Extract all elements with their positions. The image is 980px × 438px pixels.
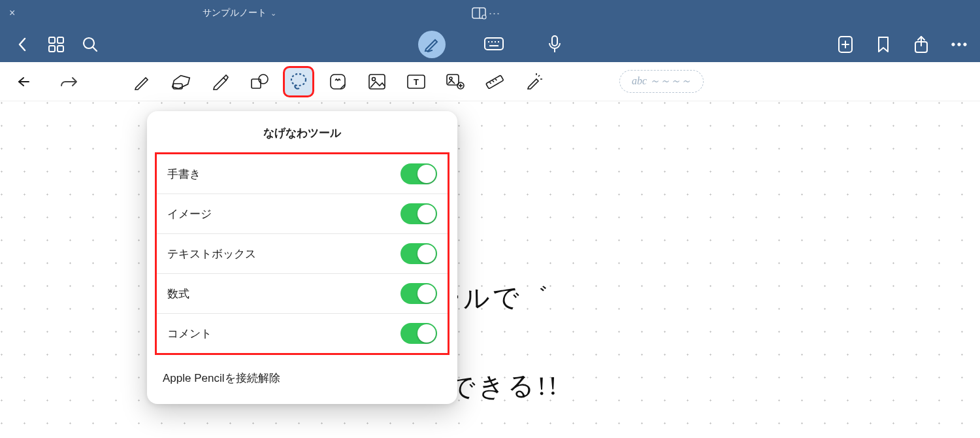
document-title-text: サンプルノート — [203, 7, 267, 19]
svg-rect-3 — [49, 37, 55, 43]
svg-point-23 — [964, 42, 966, 45]
toggle-label: イメージ — [167, 207, 212, 222]
text-tool[interactable]: T — [402, 67, 431, 96]
pen-mode-button[interactable] — [418, 31, 446, 58]
tool-row: T abc ～～～～ — [0, 62, 980, 101]
split-view-button[interactable]: ··· — [472, 7, 500, 20]
thumbnails-button[interactable] — [46, 34, 67, 55]
toggle-label: コメント — [167, 326, 212, 341]
microphone-button[interactable] — [544, 34, 565, 55]
scribble-text: abc ～～～～ — [632, 75, 691, 86]
toggle-math[interactable]: 数式 — [157, 274, 448, 314]
pen-tool[interactable] — [127, 67, 156, 96]
shape-tool[interactable] — [245, 67, 274, 96]
lasso-toggle-group: 手書き イメージ テキストボックス 数式 コメント — [155, 152, 449, 355]
toggle-textbox[interactable]: テキストボックス — [157, 234, 448, 274]
scribble-indicator[interactable]: abc ～～～～ — [619, 70, 704, 93]
toggle-label: テキストボックス — [167, 246, 256, 261]
svg-rect-15 — [552, 36, 557, 46]
lasso-popover: なげなわツール 手書き イメージ テキストボックス 数式 コメント Apple … — [147, 111, 457, 404]
switch-on-icon[interactable] — [400, 323, 437, 344]
add-page-button[interactable] — [835, 34, 856, 55]
svg-rect-5 — [49, 46, 55, 52]
toggle-image[interactable]: イメージ — [157, 194, 448, 234]
svg-rect-9 — [485, 38, 503, 50]
toggle-comment[interactable]: コメント — [157, 314, 448, 353]
ruler-tool[interactable] — [480, 67, 509, 96]
toggle-label: 数式 — [167, 286, 189, 301]
document-title[interactable]: サンプルノート ⌄ — [203, 7, 276, 19]
sticker-tool[interactable] — [323, 67, 352, 96]
toggle-handwriting[interactable]: 手書き — [157, 154, 448, 194]
toggle-label: 手書き — [167, 167, 201, 182]
search-button[interactable] — [80, 34, 101, 55]
popover-title: なげなわツール — [147, 111, 457, 152]
switch-on-icon[interactable] — [400, 203, 437, 224]
disconnect-label: Apple Pencilを接続解除 — [163, 372, 280, 384]
undo-button[interactable] — [12, 67, 41, 96]
svg-point-2 — [482, 15, 486, 19]
svg-text:T: T — [414, 77, 419, 87]
elements-tool[interactable] — [441, 67, 470, 96]
share-button[interactable] — [911, 34, 932, 55]
laser-tool[interactable] — [519, 67, 548, 96]
image-tool[interactable] — [363, 67, 391, 96]
window-titlebar: × サンプルノート ⌄ ··· — [0, 0, 980, 26]
disconnect-pencil-button[interactable]: Apple Pencilを接続解除 — [147, 360, 457, 396]
svg-line-8 — [93, 47, 97, 51]
eraser-tool[interactable] — [167, 67, 195, 96]
svg-rect-6 — [57, 46, 63, 52]
svg-line-40 — [493, 80, 494, 82]
svg-rect-38 — [486, 75, 504, 89]
switch-on-icon[interactable] — [400, 243, 437, 264]
svg-point-27 — [291, 74, 306, 86]
redo-button[interactable] — [55, 67, 84, 96]
svg-point-30 — [372, 77, 376, 80]
ellipsis-icon: ··· — [489, 7, 500, 20]
svg-point-21 — [952, 42, 955, 45]
switch-on-icon[interactable] — [400, 283, 437, 304]
back-button[interactable] — [12, 34, 33, 55]
more-button[interactable] — [949, 34, 970, 55]
navigation-bar — [0, 26, 980, 62]
bookmark-button[interactable] — [873, 34, 894, 55]
chevron-down-icon: ⌄ — [270, 9, 276, 18]
keyboard-button[interactable] — [483, 34, 504, 55]
close-icon[interactable]: × — [9, 7, 15, 19]
svg-point-22 — [958, 42, 960, 45]
highlighter-tool[interactable] — [206, 67, 235, 96]
switch-on-icon[interactable] — [400, 163, 437, 184]
svg-line-41 — [495, 78, 497, 80]
svg-line-39 — [489, 82, 491, 84]
lasso-tool[interactable] — [284, 67, 313, 96]
svg-rect-4 — [57, 37, 63, 43]
svg-point-34 — [449, 77, 452, 80]
